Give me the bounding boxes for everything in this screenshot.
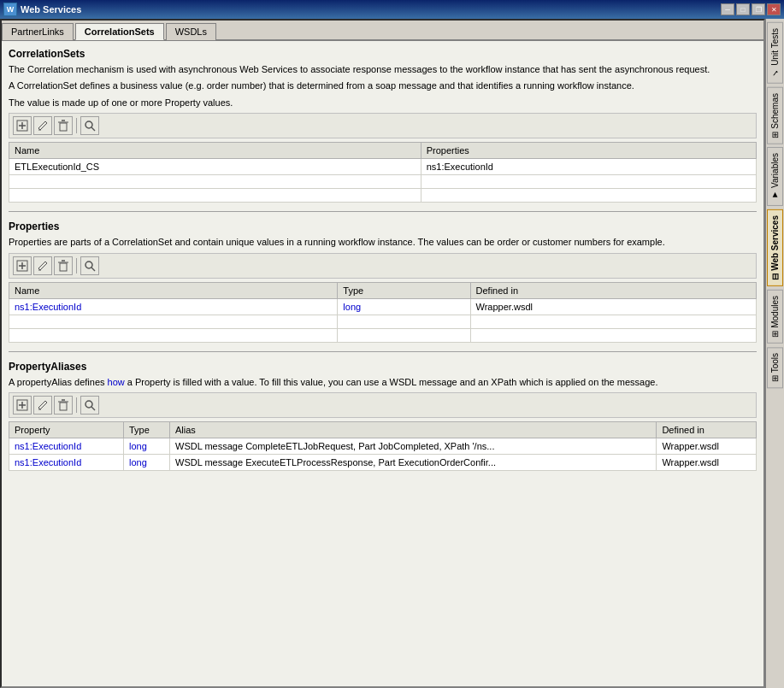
sidebar-tab-unit-tests-label: Unit Tests [770, 28, 780, 66]
web-services-icon: ⊟ [770, 273, 780, 280]
modules-icon: ⊞ [770, 331, 780, 338]
alias-edit-btn[interactable] [33, 396, 52, 415]
sidebar-tab-schemas[interactable]: ⊞ Schemas [767, 87, 783, 144]
prop-edit-btn[interactable] [33, 256, 52, 275]
aliases-table: Property Type Alias Defined in ns1:Execu… [9, 421, 757, 471]
content-area: CorrelationSets The Correlation mechanis… [2, 41, 763, 686]
table-row-empty1 [9, 175, 757, 189]
table-row-empty4 [9, 328, 757, 342]
alias-toolbar-sep [76, 397, 77, 413]
alias-defined-2: Wrapper.wsdl [657, 454, 757, 470]
sidebar-tab-modules-label: Modules [770, 296, 780, 328]
svg-rect-4 [60, 123, 67, 131]
variables-icon: ▼ [770, 191, 780, 200]
alias-property-1: ns1:ExecutionId [9, 438, 124, 454]
right-sidebar: ✓ Unit Tests ⊞ Schemas ▼ Variables ⊟ Web… [765, 19, 784, 688]
prop-toolbar-sep [76, 258, 77, 273]
divider-2 [9, 351, 757, 352]
title-bar: W Web Services ─ □ ❐ ✕ [0, 0, 784, 19]
alias-alias-2: WSDL message ExecuteETLProcessResponse, … [170, 454, 657, 470]
sidebar-tab-variables[interactable]: ▼ Variables [767, 147, 783, 206]
prop-search-btn[interactable] [80, 256, 99, 275]
alias-defined-1: Wrapper.wsdl [657, 438, 757, 454]
svg-line-8 [91, 127, 95, 131]
minimize-btn[interactable]: ─ [721, 3, 734, 15]
tab-partnerlinks[interactable]: PartnerLinks [2, 23, 74, 40]
schemas-icon: ⊞ [770, 131, 780, 138]
cs-search-btn[interactable] [80, 116, 99, 135]
cs-add-btn[interactable] [13, 116, 32, 135]
alias-add-btn[interactable] [13, 396, 32, 415]
title-text: Web Services [21, 4, 721, 15]
tab-correlationsets[interactable]: CorrelationSets [75, 23, 164, 40]
correlationsets-table: Name Properties ETLExecutionId_CS ns1:Ex… [9, 142, 757, 203]
restore-btn[interactable]: ❐ [752, 3, 765, 15]
unit-tests-icon: ✓ [770, 68, 780, 78]
alias-col-defined: Defined in [657, 421, 757, 438]
correlationsets-toolbar [9, 113, 757, 138]
cs-properties-cell: ns1:ExecutionId [421, 159, 756, 175]
sidebar-tab-tools-label: Tools [770, 353, 780, 373]
prop-col-type: Type [338, 282, 470, 298]
alias-col-property: Property [9, 421, 124, 438]
svg-point-16 [85, 262, 92, 268]
cs-toolbar-sep [76, 118, 77, 133]
prop-type-cell: long [338, 298, 470, 315]
how-link[interactable]: how [108, 377, 125, 387]
close-btn[interactable]: ✕ [767, 3, 781, 15]
alias-property-2: ns1:ExecutionId [9, 454, 124, 470]
sidebar-tab-web-services[interactable]: ⊟ Web Services [767, 209, 783, 286]
cs-col-properties: Properties [421, 143, 756, 159]
properties-toolbar [9, 253, 757, 279]
prop-add-btn[interactable] [13, 256, 32, 275]
cs-name-cell: ETLExecutionId_CS [9, 159, 421, 175]
table-row-empty2 [9, 189, 757, 203]
svg-point-7 [85, 121, 92, 128]
svg-rect-22 [60, 403, 67, 410]
tab-bar: PartnerLinks CorrelationSets WSDLs [2, 21, 763, 41]
app-icon: W [3, 3, 17, 16]
sidebar-tab-unit-tests[interactable]: ✓ Unit Tests [767, 22, 783, 84]
sidebar-tab-web-services-label: Web Services [770, 215, 780, 271]
prop-delete-btn[interactable] [54, 256, 73, 275]
sidebar-tab-schemas-label: Schemas [770, 93, 780, 129]
main-container: PartnerLinks CorrelationSets WSDLs Corre… [0, 19, 784, 688]
cs-col-name: Name [9, 143, 421, 159]
tab-wsdls[interactable]: WSDLs [166, 23, 216, 40]
aliases-toolbar [9, 392, 757, 418]
propertyaliases-desc: A propertyAlias defines how a Property i… [9, 376, 757, 389]
table-row[interactable]: ETLExecutionId_CS ns1:ExecutionId [9, 159, 757, 175]
table-row[interactable]: ns1:ExecutionId long WSDL message Execut… [9, 454, 757, 470]
correlationsets-section: CorrelationSets The Correlation mechanis… [9, 48, 757, 203]
correlationsets-desc2: A CorrelationSet defines a business valu… [9, 79, 757, 92]
alias-col-type: Type [123, 421, 169, 438]
prop-col-name: Name [9, 282, 338, 298]
table-row[interactable]: ns1:ExecutionId long Wrapper.wsdl [9, 298, 757, 315]
properties-title: Properties [9, 221, 757, 232]
svg-rect-13 [60, 263, 67, 271]
alias-type-1: long [123, 438, 169, 454]
sidebar-tab-tools[interactable]: ⊞ Tools [767, 347, 783, 388]
alias-search-btn[interactable] [80, 396, 99, 415]
propertyaliases-title: PropertyAliases [9, 361, 757, 373]
window-controls: ─ □ ❐ ✕ [721, 3, 781, 15]
sidebar-tab-modules[interactable]: ⊞ Modules [767, 290, 783, 344]
svg-line-26 [91, 407, 95, 410]
table-row[interactable]: ns1:ExecutionId long WSDL message Comple… [9, 438, 757, 454]
alias-delete-btn[interactable] [54, 396, 73, 415]
prop-defined-cell: Wrapper.wsdl [470, 298, 756, 315]
correlationsets-desc3: The value is made up of one or more Prop… [9, 97, 757, 109]
alias-type-2: long [123, 454, 169, 470]
properties-section: Properties Properties are parts of a Cor… [9, 221, 757, 342]
maximize-btn[interactable]: □ [736, 3, 750, 15]
properties-desc: Properties are parts of a CorrelationSet… [9, 236, 757, 249]
prop-name-cell: ns1:ExecutionId [9, 298, 338, 315]
cs-edit-btn[interactable] [33, 116, 52, 135]
alias-col-alias: Alias [170, 421, 657, 438]
correlationsets-title: CorrelationSets [9, 48, 757, 60]
prop-col-defined: Defined in [470, 282, 756, 298]
cs-delete-btn[interactable] [54, 116, 73, 135]
sidebar-tab-variables-label: Variables [770, 153, 780, 188]
propertyaliases-section: PropertyAliases A propertyAlias defines … [9, 361, 757, 471]
correlationsets-desc1: The Correlation mechanism is used with a… [9, 63, 757, 76]
